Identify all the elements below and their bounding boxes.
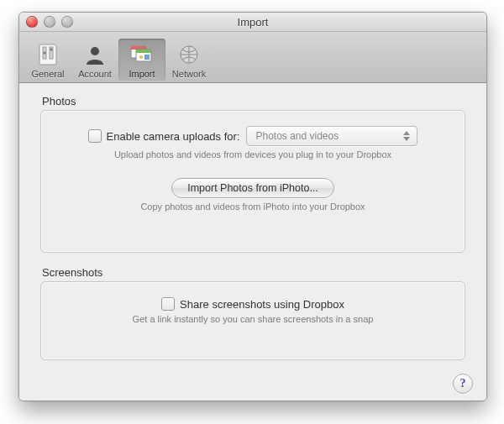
tab-label: General [24,69,71,79]
tab-network[interactable]: Network [165,39,213,81]
titlebar: Import [19,13,486,32]
select-stepper-icon [401,128,412,144]
svg-rect-7 [131,46,146,50]
screenshots-group: Screenshots Share screenshots using Drop… [40,266,465,360]
svg-point-5 [91,47,99,55]
screenshots-legend: Screenshots [42,266,465,279]
share-screenshots-row: Share screenshots using Dropbox [56,297,449,311]
svg-point-10 [139,55,143,59]
svg-rect-9 [136,50,151,53]
account-icon [71,42,118,67]
enable-camera-uploads-row: Enable camera uploads for: Photos and vi… [56,126,449,146]
enable-camera-uploads-label: Enable camera uploads for: [107,130,240,143]
import-from-iphoto-label: Import Photos from iPhoto... [187,182,318,194]
camera-upload-hint: Upload photos and videos from devices yo… [56,149,449,160]
tab-label: Network [165,69,213,79]
photos-group: Photos Enable camera uploads for: Photos… [40,95,465,253]
tab-import[interactable]: Import [118,39,165,81]
tab-general[interactable]: General [24,39,71,81]
svg-rect-0 [39,44,56,65]
window-controls [26,16,73,28]
network-icon [165,42,213,67]
window-title: Import [238,16,269,29]
zoom-window-button[interactable] [61,16,73,28]
preferences-window: Import General [18,12,487,401]
tab-label: Import [118,69,165,79]
upload-type-select[interactable]: Photos and videos [246,126,417,146]
tab-account[interactable]: Account [71,39,118,81]
enable-camera-uploads-checkbox[interactable] [88,129,102,143]
import-icon [118,42,165,67]
share-screenshots-label: Share screenshots using Dropbox [180,298,344,311]
import-from-iphoto-button[interactable]: Import Photos from iPhoto... [171,178,334,198]
import-iphoto-hint: Copy photos and videos from iPhoto into … [56,202,449,212]
photos-legend: Photos [42,95,465,107]
tab-label: Account [71,69,118,79]
toolbar: General Account [19,32,486,83]
screenshots-frame: Share screenshots using Dropbox Get a li… [40,281,465,360]
photos-frame: Enable camera uploads for: Photos and vi… [40,110,465,253]
upload-type-value: Photos and videos [255,130,339,142]
window-body: Photos Enable camera uploads for: Photos… [19,83,486,401]
help-icon: ? [460,377,466,390]
svg-rect-11 [144,55,150,60]
minimize-window-button[interactable] [44,16,55,28]
svg-point-4 [50,49,53,51]
share-screenshots-checkbox[interactable] [161,297,175,311]
help-button[interactable]: ? [453,374,473,394]
share-screenshots-hint: Get a link instantly so you can share sc… [56,314,449,324]
svg-point-3 [44,52,46,55]
general-icon [24,42,71,67]
close-window-button[interactable] [26,16,38,28]
